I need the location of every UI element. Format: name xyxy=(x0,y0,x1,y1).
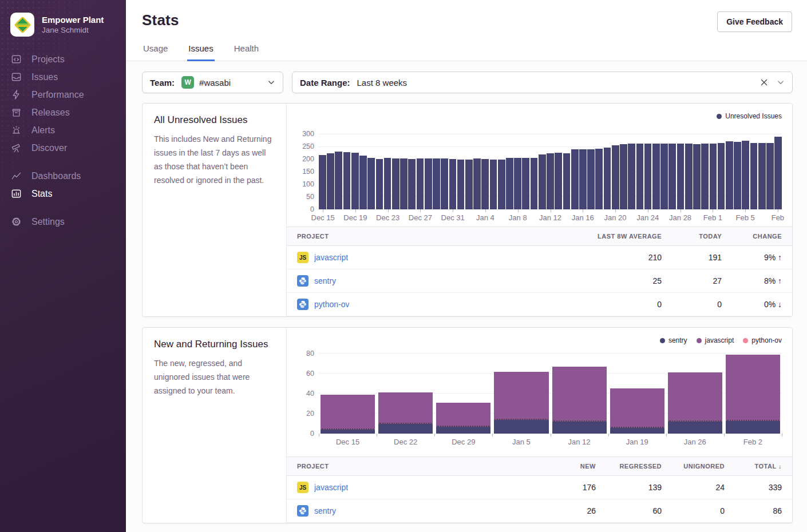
chevron-down-icon[interactable] xyxy=(777,78,785,86)
bar-segment-javascript xyxy=(494,372,548,419)
legend-item-unresolved-issues[interactable]: Unresolved Issues xyxy=(717,112,782,120)
bar xyxy=(718,143,725,209)
project-link[interactable]: sentry xyxy=(314,506,336,515)
chart-x-axis: Dec 15Dec 22Dec 29Jan 5Jan 12Jan 19Jan 2… xyxy=(319,434,782,448)
project-link[interactable]: python-ov xyxy=(314,300,349,309)
unresolved-issues-table: PROJECTLAST 8W AVERAGETODAYCHANGE JSjava… xyxy=(287,227,792,316)
project-link[interactable]: sentry xyxy=(314,276,336,285)
bar xyxy=(677,144,685,209)
stacked-bar xyxy=(494,354,548,434)
bar xyxy=(660,144,668,209)
x-axis-label: Dec 19 xyxy=(343,213,367,222)
column-header-regressed[interactable]: REGRESSED xyxy=(596,463,662,470)
column-header-project[interactable]: PROJECT xyxy=(297,233,570,240)
table-cell: 0 xyxy=(570,300,662,309)
close-icon[interactable] xyxy=(760,78,768,86)
column-header-today[interactable]: TODAY xyxy=(662,233,722,240)
sidebar-item-issues[interactable]: Issues xyxy=(0,68,126,86)
bar-segment-sentry xyxy=(552,420,607,434)
stacked-bar xyxy=(321,354,375,434)
table-cell: 86 xyxy=(725,506,782,515)
legend-item-sentry[interactable]: sentry xyxy=(660,336,687,344)
table-cell: 26 xyxy=(536,506,596,515)
bar xyxy=(327,153,334,209)
tab-health[interactable]: Health xyxy=(233,43,260,61)
bar-segment-javascript xyxy=(726,355,780,420)
x-axis-label: Jan 26 xyxy=(684,438,706,446)
sidebar-item-releases[interactable]: Releases xyxy=(0,104,126,121)
tab-issues[interactable]: Issues xyxy=(187,43,214,61)
issues-icon xyxy=(11,72,22,82)
y-axis-tick: 250 xyxy=(292,143,314,150)
column-header-project[interactable]: PROJECT xyxy=(297,463,536,470)
x-axis-label: Dec 27 xyxy=(409,213,432,222)
tab-usage[interactable]: Usage xyxy=(142,43,169,61)
sidebar-item-label: Settings xyxy=(31,217,65,227)
javascript-platform-icon: JS xyxy=(297,252,308,263)
bar xyxy=(417,158,424,209)
sidebar-item-label: Projects xyxy=(31,54,65,65)
legend-item-javascript[interactable]: javascript xyxy=(697,336,734,344)
sidebar-item-performance[interactable]: Performance xyxy=(0,86,126,104)
org-name: Empower Plant xyxy=(42,14,104,25)
bar xyxy=(710,144,717,209)
y-axis-tick: 60 xyxy=(292,370,314,378)
column-header-new[interactable]: NEW xyxy=(536,463,596,470)
bar xyxy=(587,149,595,209)
column-header-total[interactable]: TOTAL ↓ xyxy=(725,463,782,470)
bar-segment-sentry xyxy=(378,423,433,434)
sidebar-item-label: Alerts xyxy=(31,125,55,136)
sidebar-item-dashboards[interactable]: Dashboards xyxy=(0,167,126,185)
column-header-change[interactable]: CHANGE xyxy=(722,233,782,240)
table-row: sentry2660086 xyxy=(287,499,792,523)
give-feedback-button[interactable]: Give Feedback xyxy=(717,11,792,32)
dashboards-icon xyxy=(11,170,22,181)
x-axis-label: Jan 24 xyxy=(636,213,659,222)
change-cell: 0% ↓ xyxy=(722,300,782,309)
table-header: PROJECTNEWREGRESSEDUNIGNOREDTOTAL ↓ xyxy=(287,457,792,476)
main-area: Stats Give Feedback UsageIssuesHealth Te… xyxy=(126,0,807,532)
page-header: Stats Give Feedback UsageIssuesHealth xyxy=(126,0,807,61)
chevron-down-icon[interactable] xyxy=(267,78,275,86)
column-header-last-8w-average[interactable]: LAST 8W AVERAGE xyxy=(570,233,662,240)
project-link[interactable]: javascript xyxy=(314,253,348,262)
table-cell: 24 xyxy=(662,483,725,492)
bar xyxy=(481,159,489,209)
legend-item-python-ov[interactable]: python-ov xyxy=(743,336,782,344)
sidebar-item-projects[interactable]: Projects xyxy=(0,50,126,68)
performance-icon xyxy=(11,89,22,100)
table-cell: 210 xyxy=(570,253,662,262)
settings-icon xyxy=(11,216,22,227)
x-axis-label: Feb 2 xyxy=(743,438,762,446)
project-link[interactable]: javascript xyxy=(314,483,348,492)
bar-segment-javascript xyxy=(668,372,722,420)
bar xyxy=(408,159,416,209)
stacked-bar xyxy=(726,354,780,434)
bar xyxy=(359,156,367,209)
panel-description: The new, regressed, and unignored issues… xyxy=(154,356,275,398)
x-axis-label: Jan 19 xyxy=(626,438,648,446)
user-name: Jane Schmidt xyxy=(42,25,104,35)
table-cell: 339 xyxy=(725,483,782,492)
bar-segment-javascript xyxy=(321,395,375,429)
y-axis-tick: 200 xyxy=(292,156,314,163)
bar xyxy=(531,158,538,209)
column-header-unignored[interactable]: UNIGNORED xyxy=(662,463,725,470)
y-axis-tick: 150 xyxy=(292,168,314,176)
stacked-bar xyxy=(552,354,607,434)
table-body: JSjavascript17613924339sentry2660086 xyxy=(287,476,792,523)
sidebar-item-discover[interactable]: Discover xyxy=(0,139,126,157)
bar xyxy=(351,153,359,209)
x-axis-label: Feb xyxy=(772,213,784,222)
bar xyxy=(441,158,448,209)
sidebar-item-alerts[interactable]: Alerts xyxy=(0,121,126,139)
sidebar-item-label: Dashboards xyxy=(31,171,81,181)
table-row: python-ov000% ↓ xyxy=(287,293,792,316)
team-filter[interactable]: Team: W #wasabi xyxy=(142,72,283,93)
bar xyxy=(612,145,619,209)
date-range-filter[interactable]: Date Range: Last 8 weeks xyxy=(292,72,793,93)
org-switcher[interactable]: Empower Plant Jane Schmidt xyxy=(0,8,126,50)
sidebar-item-stats[interactable]: Stats xyxy=(0,185,126,203)
sidebar-item-settings[interactable]: Settings xyxy=(0,213,126,231)
bar xyxy=(367,158,375,209)
